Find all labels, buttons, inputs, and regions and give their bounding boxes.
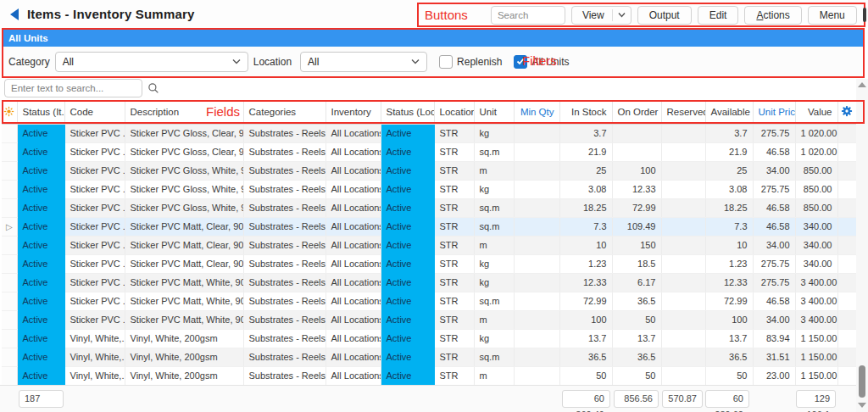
cell-reserved[interactable] [661,236,705,254]
cell-status-item[interactable]: Active [17,217,64,236]
cell-unit-price[interactable]: 275.75 [753,273,795,292]
cell-categories[interactable]: Substrates - Reels [243,254,326,273]
cell-unit-price[interactable]: 46.58 [753,198,795,217]
cell-categories[interactable]: Substrates - Reels [243,348,326,366]
cell-unit-price[interactable]: 275.75 [753,254,795,273]
cell-description[interactable]: Vinyl, White, 200gsm [125,348,243,366]
cell-reserved[interactable] [661,142,705,161]
cell-min-qty[interactable] [514,292,559,310]
cell-description[interactable]: Vinyl, White, 200gsm [125,366,243,385]
cell-location[interactable]: STR [434,254,474,273]
cell-min-qty[interactable] [514,329,559,348]
cell-unit[interactable]: m [474,236,514,254]
column-header-unit-price[interactable]: Unit Price [753,101,795,124]
cell-on-order[interactable]: 109.49 [612,217,661,236]
table-row[interactable]: Active Sticker PVC ... Sticker PVC Gloss… [2,124,856,142]
cell-min-qty[interactable] [514,198,559,217]
cell-available[interactable]: 3.7 [705,124,753,142]
column-header-unit[interactable]: Unit [474,101,514,124]
cell-code[interactable]: Sticker PVC ... [64,254,125,273]
cell-in-stock[interactable]: 3.08 [559,180,612,198]
cell-reserved[interactable] [661,198,705,217]
column-header-in-stock[interactable]: In Stock [559,101,612,124]
cell-unit-price[interactable]: 275.75 [753,180,795,198]
cell-available[interactable]: 50 [705,366,753,385]
cell-min-qty[interactable] [514,236,559,254]
cell-on-order[interactable]: 72.99 [612,198,661,217]
cell-unit[interactable]: sq.m [474,142,514,161]
cell-status-item[interactable]: Active [17,310,64,329]
cell-unit-price[interactable]: 46.58 [753,217,795,236]
cell-status-item[interactable]: Active [17,124,64,142]
cell-unit-price[interactable]: 34.00 [753,310,795,329]
cell-description[interactable]: Sticker PVC Gloss, White, 90gsm [125,198,243,217]
cell-reserved[interactable] [661,273,705,292]
cell-inventory[interactable]: All Locations [326,329,381,348]
chevron-down-icon[interactable] [613,12,631,18]
table-row[interactable]: Active Sticker PVC ... Sticker PVC Matt,… [2,292,856,310]
cell-available[interactable]: 1.23 [705,254,753,273]
cell-categories[interactable]: Substrates - Reels [243,236,326,254]
scroll-up-icon[interactable] [858,82,866,87]
cell-inventory[interactable]: All Locations [326,161,381,180]
cell-code[interactable]: Sticker PVC ... [64,161,125,180]
cell-description[interactable]: Sticker PVC Matt, Clear, 90gsm [125,236,243,254]
cell-on-order[interactable]: 36.5 [612,292,661,310]
cell-description[interactable]: Sticker PVC Matt, White, 90gsm [125,310,243,329]
cell-reserved[interactable] [661,329,705,348]
column-header-status-location[interactable]: Status (Loc... [381,101,434,124]
cell-unit-price[interactable]: 275.75 [753,124,795,142]
cell-on-order[interactable]: 100 [612,161,661,180]
cell-location[interactable]: STR [434,180,474,198]
cell-location[interactable]: STR [434,142,474,161]
cell-status-location[interactable]: Active [381,217,434,236]
cell-in-stock[interactable]: 3.7 [559,124,612,142]
cell-value[interactable]: 850.00 [795,180,837,198]
column-header-value[interactable]: Value [795,101,837,124]
cell-available[interactable]: 100 [705,310,753,329]
search-icon[interactable] [147,82,165,94]
cell-location[interactable]: STR [434,329,474,348]
cell-available[interactable]: 12.33 [705,273,753,292]
cell-unit[interactable]: m [474,310,514,329]
output-button[interactable]: Output [637,6,692,25]
column-header-categories[interactable]: Categories [243,101,326,124]
cell-value[interactable]: 850.00 [795,198,837,217]
cell-reserved[interactable] [661,366,705,385]
cell-available[interactable]: 3.08 [705,180,753,198]
cell-unit-price[interactable]: 31.51 [753,348,795,366]
cell-available[interactable]: 7.3 [705,217,753,236]
cell-reserved[interactable] [661,292,705,310]
table-row[interactable]: Active Vinyl, White,... Vinyl, White, 20… [2,366,856,385]
cell-unit-price[interactable]: 83.94 [753,329,795,348]
cell-description[interactable]: Sticker PVC Gloss, Clear, 90gsm [125,142,243,161]
cell-location[interactable]: STR [434,348,474,366]
cell-status-item[interactable]: Active [17,273,64,292]
cell-on-order[interactable]: 36.5 [612,348,661,366]
cell-min-qty[interactable] [514,273,559,292]
cell-categories[interactable]: Substrates - Reels [243,124,326,142]
cell-code[interactable]: Sticker PVC ... [64,236,125,254]
cell-in-stock[interactable]: 1.23 [559,254,612,273]
cell-value[interactable]: 340.00 [795,236,837,254]
cell-value[interactable]: 850.00 [795,161,837,180]
cell-value[interactable]: 1 150.00 [795,348,837,366]
table-row[interactable]: Active Vinyl, White,... Vinyl, White, 20… [2,348,856,366]
cell-code[interactable]: Sticker PVC ... [64,142,125,161]
cell-inventory[interactable]: All Locations [326,254,381,273]
cell-reserved[interactable] [661,217,705,236]
cell-in-stock[interactable]: 36.5 [559,348,612,366]
cell-location[interactable]: STR [434,310,474,329]
scrollbar-thumb[interactable] [859,365,865,398]
cell-status-item[interactable]: Active [17,254,64,273]
cell-in-stock[interactable]: 50 [559,366,612,385]
cell-location[interactable]: STR [434,198,474,217]
cell-code[interactable]: Vinyl, White,... [64,366,125,385]
cell-value[interactable]: 3 400.00 [795,292,837,310]
cell-unit[interactable]: sq.m [474,217,514,236]
column-header-inventory[interactable]: Inventory [326,101,381,124]
cell-status-item[interactable]: Active [17,292,64,310]
cell-unit[interactable]: sq.m [474,292,514,310]
cell-value[interactable]: 340.00 [795,254,837,273]
cell-description[interactable]: Sticker PVC Matt, White, 90gsm [125,273,243,292]
